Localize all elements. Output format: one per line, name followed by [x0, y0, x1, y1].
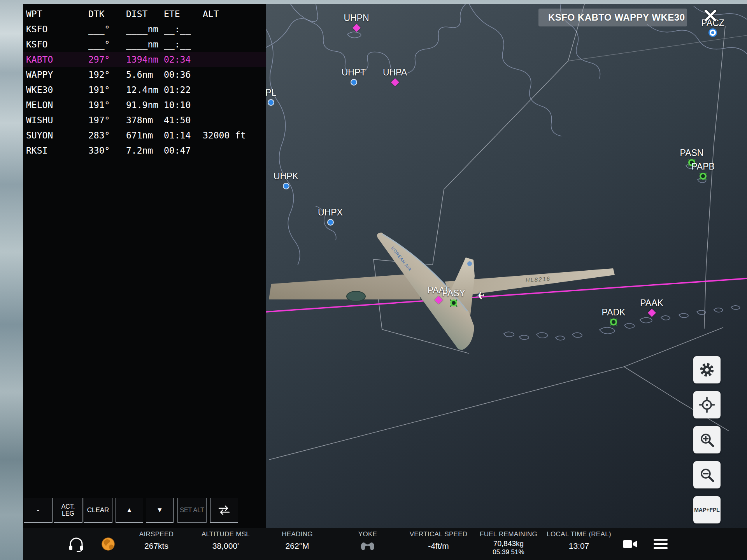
search-box[interactable]: KSFO KABTO WAPPY WKE30: [538, 9, 687, 26]
flight-plan-row-ksfo[interactable]: KSFO ___° ____nm __:__: [23, 21, 266, 37]
column-header-alt: ALT: [203, 6, 266, 21]
alt-cell: [203, 112, 266, 128]
status-bar: AIRSPEED267ktsALTITUDE MSL38,000'HEADING…: [23, 528, 747, 560]
blue-marker-icon: [268, 99, 274, 106]
status-label: LOCAL TIME (REAL): [547, 530, 611, 538]
waypoint-layer: UHPNUHPTUHPAPLUHPKUHPXPAATPASYPADKPAAKPA…: [266, 4, 747, 528]
dtk-cell: 283°: [88, 128, 126, 143]
close-icon: [703, 8, 718, 23]
flight-plan-row-kabto[interactable]: KABTO 297° 1394nm 02:34: [23, 52, 266, 67]
dist-cell: 5.6nm: [126, 67, 164, 82]
zoom-in-button[interactable]: [693, 426, 721, 453]
status-value: 267kts: [139, 541, 174, 551]
camera-view-button[interactable]: [622, 539, 638, 550]
ete-cell: 41:50: [164, 112, 203, 128]
status-label: VERTICAL SPEED: [410, 530, 468, 538]
alt-cell: [203, 143, 266, 158]
waypoint-cell: WISHU: [23, 112, 88, 128]
waypoint-cell: MELON: [23, 97, 88, 112]
blue-marker-icon: [351, 79, 357, 86]
ete-cell: 10:10: [164, 97, 203, 112]
ete-cell: __:__: [164, 21, 203, 37]
waypoint-label: UHPA: [383, 67, 407, 78]
dist-cell: ____nm: [126, 37, 164, 52]
yoke-icon: [359, 539, 376, 551]
dtk-cell: ___°: [88, 21, 126, 37]
waypoint-cell: WKE30: [23, 82, 88, 97]
flight-plan-row-wishu[interactable]: WISHU 197° 378nm 41:50: [23, 112, 266, 128]
column-header-dist: DIST: [126, 6, 164, 21]
zoom-out-button[interactable]: [693, 461, 721, 488]
dtk-cell: 192°: [88, 67, 126, 82]
map-fpl-toggle-button[interactable]: MAP+FPL: [693, 496, 721, 523]
status-value-secondary: 05:39 51%: [480, 548, 537, 556]
dtk-cell: 197°: [88, 112, 126, 128]
waypoint-label: UHPN: [344, 13, 369, 23]
locate-crosshair-icon: [698, 396, 715, 413]
alt-cell: [203, 37, 266, 52]
waypoint-label: PL: [266, 88, 276, 98]
waypoint-cell: SUYON: [23, 128, 88, 143]
flight-plan-table: WPTDTKDISTETEALT KSFO ___° ____nm __:__ …: [23, 6, 266, 158]
status-value: -4ft/m: [410, 541, 468, 551]
blue-marker-icon: [327, 219, 334, 226]
column-header-dtk: DTK: [88, 6, 126, 21]
green-marker-icon: [449, 298, 458, 308]
dest-marker-icon: [708, 28, 717, 37]
alt-cell: [203, 21, 266, 37]
menu-button[interactable]: [654, 539, 668, 549]
ete-cell: __:__: [164, 37, 203, 52]
waypoint-cell: RKSI: [23, 143, 88, 158]
waypoint-cell: KSFO: [23, 21, 88, 37]
move-up-button[interactable]: ▲: [116, 498, 143, 523]
waypoint-label: PASN: [680, 148, 704, 158]
close-map-button[interactable]: [701, 7, 719, 24]
status-label: YOKE: [358, 530, 377, 538]
waypoint-cell: WAPPY: [23, 67, 88, 82]
flight-plan-toolbar: - ACT. LEG CLEAR ▲ ▼ SET ALT: [24, 498, 238, 523]
alt-cell: [203, 67, 266, 82]
magenta-marker-icon: [434, 296, 442, 304]
green-marker-icon: [609, 317, 618, 327]
dist-cell: 1394nm: [126, 52, 164, 67]
waypoint-label: PAAK: [640, 298, 663, 308]
green-marker-icon: [698, 172, 708, 181]
dist-cell: ____nm: [126, 21, 164, 37]
status-yoke: YOKE: [358, 530, 377, 553]
status-label: HEADING: [282, 530, 313, 538]
dtk-cell: ___°: [88, 37, 126, 52]
blue-marker-icon: [283, 183, 289, 189]
down-arrow-icon: ▼: [156, 506, 163, 514]
flight-plan-row-wke30[interactable]: WKE30 191° 12.4nm 01:22: [23, 82, 266, 97]
column-header-ete: ETE: [164, 6, 203, 21]
status-value: 13:07: [547, 541, 611, 551]
flight-plan-row-ksfo[interactable]: KSFO ___° ____nm __:__: [23, 37, 266, 52]
dist-cell: 671nm: [126, 128, 164, 143]
reverse-flight-plan-button[interactable]: [210, 498, 238, 523]
dist-cell: 91.9nm: [126, 97, 164, 112]
flight-plan-row-melon[interactable]: MELON 191° 91.9nm 10:10: [23, 97, 266, 112]
dist-cell: 378nm: [126, 112, 164, 128]
center-on-aircraft-button[interactable]: [693, 391, 721, 418]
magenta-marker-icon: [647, 308, 656, 317]
clear-flight-plan-button[interactable]: CLEAR: [84, 498, 112, 523]
search-query: KSFO KABTO WAPPY WKE30: [548, 12, 685, 23]
flight-plan-row-suyon[interactable]: SUYON 283° 671nm 01:14 32000 ft: [23, 128, 266, 143]
status-airspeed: AIRSPEED267kts: [139, 530, 174, 551]
map[interactable]: KOREAN AIR HL8216 ✈ UHPNUHPTUHPAPLUHPKUH…: [266, 4, 747, 528]
flight-plan-row-rksi[interactable]: RKSI 330° 7.2nm 00:47: [23, 143, 266, 158]
status-label: FUEL REMAINING: [480, 530, 537, 538]
move-down-button[interactable]: ▼: [146, 498, 174, 523]
set-altitude-button[interactable]: SET ALT: [177, 498, 207, 523]
map-settings-button[interactable]: [693, 356, 721, 383]
waypoint-label: PASY: [442, 288, 465, 299]
ete-cell: 00:36: [164, 67, 203, 82]
ete-cell: 01:22: [164, 82, 203, 97]
activate-leg-button[interactable]: ACT. LEG: [54, 498, 82, 523]
waypoint-label: UHPT: [342, 67, 366, 78]
remove-waypoint-button[interactable]: -: [24, 498, 53, 523]
status-value: 38,000': [202, 541, 250, 551]
flight-plan-row-wappy[interactable]: WAPPY 192° 5.6nm 00:36: [23, 67, 266, 82]
alt-cell: 32000 ft: [203, 128, 266, 143]
flight-plan-header-row: WPTDTKDISTETEALT: [23, 6, 266, 21]
